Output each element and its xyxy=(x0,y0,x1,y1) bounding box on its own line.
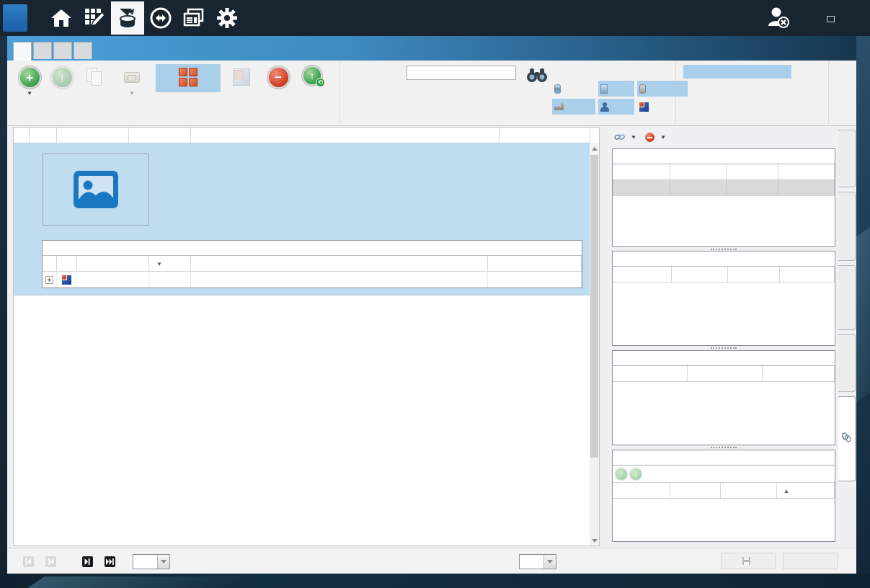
chevron-down-icon[interactable] xyxy=(543,555,556,569)
vp-col-vendor[interactable] xyxy=(613,267,672,282)
cp-col-part-number[interactable] xyxy=(688,366,763,381)
scroll-up-icon[interactable] xyxy=(590,143,599,153)
tab-internal-part-numbers[interactable] xyxy=(13,42,32,61)
previous-page-button[interactable] xyxy=(45,556,56,567)
page-size-select[interactable] xyxy=(519,554,556,569)
documents-icon[interactable] xyxy=(177,1,210,35)
copy-button[interactable] xyxy=(81,64,108,92)
ov-header-part-number[interactable] xyxy=(77,256,149,272)
search-input[interactable] xyxy=(407,66,516,80)
side-tab-relationships[interactable] xyxy=(838,396,856,481)
variant-icon xyxy=(639,102,649,112)
tab-customer-part-numbers[interactable] xyxy=(74,42,92,59)
side-tab-attributes[interactable] xyxy=(838,265,856,330)
alternate-parts-title xyxy=(613,450,835,466)
header-part-number[interactable] xyxy=(57,128,129,143)
search-button[interactable] xyxy=(526,66,548,86)
ribbon-group-display-options xyxy=(676,61,829,126)
vp-col-part-marking[interactable] xyxy=(780,267,835,282)
vp-col-description[interactable] xyxy=(728,267,780,282)
panel-splitter[interactable] xyxy=(612,445,835,449)
ov-header-revision[interactable]: ▼ xyxy=(149,256,191,272)
mp-col-part-number[interactable] xyxy=(670,164,727,179)
grid-vertical-scrollbar[interactable] xyxy=(590,143,599,545)
app-logo xyxy=(3,4,27,32)
mp-col-part-marking[interactable] xyxy=(778,164,835,179)
other-version-row[interactable]: + xyxy=(43,272,582,288)
reorder-revisions-button[interactable]: ↑⟲ xyxy=(294,64,334,92)
next-page-button[interactable] xyxy=(82,556,93,567)
user-logout-icon[interactable] xyxy=(766,6,791,31)
alternate-parts-header: ▲ xyxy=(613,483,835,499)
filter-cpn[interactable] xyxy=(598,99,634,115)
header-type[interactable] xyxy=(30,128,57,143)
mp-description-cell xyxy=(727,180,778,196)
tab-vendor-part-numbers[interactable] xyxy=(53,42,72,59)
customer-parts-box xyxy=(612,350,835,445)
plus-icon: + xyxy=(20,68,40,87)
new-revision-button[interactable]: ↑ xyxy=(43,64,81,92)
ov-header-description[interactable] xyxy=(191,256,488,272)
header-customer[interactable] xyxy=(500,128,590,143)
header-revision[interactable] xyxy=(129,128,191,143)
side-tab-logistics[interactable] xyxy=(838,334,856,392)
cp-col-customer[interactable] xyxy=(613,366,688,381)
ap-col-description[interactable] xyxy=(721,483,777,498)
first-page-button[interactable] xyxy=(23,556,34,567)
show-only-assemblies-option[interactable] xyxy=(683,97,791,110)
chip-icon xyxy=(124,72,140,83)
tab-strip xyxy=(0,36,870,61)
change-part-type-button[interactable]: ▼ xyxy=(108,64,156,98)
link-button[interactable]: ▼ xyxy=(612,132,639,143)
ap-col-part-number[interactable] xyxy=(613,483,670,498)
show-only-parts-option[interactable] xyxy=(683,81,791,94)
home-icon[interactable] xyxy=(45,1,78,35)
delete-button[interactable]: − xyxy=(262,64,294,92)
header-description[interactable] xyxy=(191,128,500,143)
scrollbar-thumb[interactable] xyxy=(590,155,598,458)
ov-header-customer[interactable] xyxy=(488,256,582,272)
move-down-button[interactable]: ↓ xyxy=(630,468,642,480)
chevron-down-icon[interactable] xyxy=(157,555,169,569)
page-size-control xyxy=(513,554,556,569)
settings-gear-icon[interactable] xyxy=(210,1,244,35)
cp-col-description[interactable] xyxy=(763,366,835,381)
mark-as-assembly-button[interactable] xyxy=(221,64,262,92)
last-page-button[interactable] xyxy=(105,556,115,567)
ap-col-revision[interactable] xyxy=(670,483,721,498)
show-all-option[interactable] xyxy=(683,65,791,79)
parts-icon[interactable] xyxy=(111,1,144,35)
customer-parts-header xyxy=(613,366,835,382)
manufacturer-part-row[interactable] xyxy=(613,180,835,196)
side-tab-general[interactable] xyxy=(838,130,856,187)
tab-manufacturer-part-numbers[interactable] xyxy=(33,42,52,59)
expand-toggle[interactable]: + xyxy=(43,272,57,288)
filter-ipn[interactable] xyxy=(552,81,595,97)
link-delete-button[interactable]: ▼ xyxy=(643,132,668,143)
mark-assembly-current-button[interactable] xyxy=(156,64,221,92)
ov-header-type[interactable] xyxy=(57,256,77,272)
filter-mpn[interactable] xyxy=(552,99,595,115)
manufacturer-parts-box xyxy=(612,148,835,247)
mp-col-manufacturer[interactable] xyxy=(613,164,670,179)
mp-col-description[interactable] xyxy=(727,164,778,179)
alt-ipn-icon xyxy=(639,84,646,94)
planning-icon[interactable] xyxy=(78,1,111,35)
filter-vpn[interactable] xyxy=(598,81,634,97)
panel-splitter[interactable] xyxy=(612,346,835,349)
alternate-internal-parts-box: ↑ ↓ ▲ xyxy=(612,450,835,542)
delete-minus-icon xyxy=(645,133,654,142)
save-button[interactable] xyxy=(721,553,776,569)
goto-page-select[interactable] xyxy=(133,554,170,569)
ap-col-precedence[interactable]: ▲ xyxy=(777,483,835,498)
customer-parts-title xyxy=(613,351,835,366)
side-tab-documents[interactable] xyxy=(838,192,856,261)
maximize-button[interactable] xyxy=(824,12,837,24)
transfer-icon[interactable] xyxy=(144,1,177,35)
new-button[interactable]: + ▼ xyxy=(16,64,43,98)
scroll-down-icon[interactable] xyxy=(590,535,599,545)
cancel-button[interactable] xyxy=(783,553,838,569)
move-up-button[interactable]: ↑ xyxy=(616,468,627,480)
description-cell xyxy=(191,272,488,288)
vp-col-part-number[interactable] xyxy=(672,267,728,282)
